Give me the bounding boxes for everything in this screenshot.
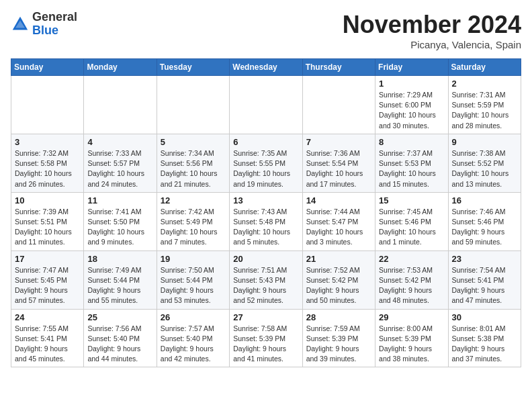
calendar-cell	[157, 76, 229, 134]
calendar-cell: 14Sunrise: 7:44 AM Sunset: 5:47 PM Dayli…	[302, 192, 375, 250]
day-number: 12	[161, 195, 226, 205]
day-info: Sunrise: 7:52 AM Sunset: 5:42 PM Dayligh…	[306, 265, 371, 306]
day-info: Sunrise: 7:36 AM Sunset: 5:54 PM Dayligh…	[306, 148, 371, 189]
day-number: 26	[161, 312, 226, 322]
day-info: Sunrise: 7:49 AM Sunset: 5:44 PM Dayligh…	[87, 265, 152, 306]
day-number: 3	[15, 137, 80, 147]
calendar-week-row: 17Sunrise: 7:47 AM Sunset: 5:45 PM Dayli…	[11, 250, 521, 309]
calendar-header: SundayMondayTuesdayWednesdayThursdayFrid…	[11, 59, 521, 76]
day-info: Sunrise: 7:38 AM Sunset: 5:52 PM Dayligh…	[452, 148, 517, 189]
weekday-header: Thursday	[302, 59, 375, 76]
calendar-cell: 25Sunrise: 7:56 AM Sunset: 5:40 PM Dayli…	[84, 309, 157, 367]
calendar-cell: 15Sunrise: 7:45 AM Sunset: 5:46 PM Dayli…	[375, 192, 448, 250]
calendar-cell: 17Sunrise: 7:47 AM Sunset: 5:45 PM Dayli…	[11, 250, 84, 309]
day-number: 21	[306, 254, 371, 264]
day-info: Sunrise: 7:56 AM Sunset: 5:40 PM Dayligh…	[87, 324, 152, 365]
weekday-header: Saturday	[448, 59, 521, 76]
calendar-cell: 1Sunrise: 7:29 AM Sunset: 6:00 PM Daylig…	[375, 76, 448, 134]
day-info: Sunrise: 7:31 AM Sunset: 5:59 PM Dayligh…	[452, 90, 517, 131]
day-info: Sunrise: 7:44 AM Sunset: 5:47 PM Dayligh…	[306, 207, 371, 248]
calendar-cell: 13Sunrise: 7:43 AM Sunset: 5:48 PM Dayli…	[230, 192, 302, 250]
calendar-cell: 7Sunrise: 7:36 AM Sunset: 5:54 PM Daylig…	[302, 134, 375, 192]
calendar-cell: 21Sunrise: 7:52 AM Sunset: 5:42 PM Dayli…	[302, 250, 375, 309]
calendar-cell	[302, 76, 375, 134]
calendar-cell: 9Sunrise: 7:38 AM Sunset: 5:52 PM Daylig…	[448, 134, 521, 192]
day-number: 23	[452, 254, 517, 264]
calendar-cell: 8Sunrise: 7:37 AM Sunset: 5:53 PM Daylig…	[375, 134, 448, 192]
day-number: 27	[233, 312, 298, 322]
day-number: 30	[452, 312, 517, 322]
calendar-cell: 20Sunrise: 7:51 AM Sunset: 5:43 PM Dayli…	[230, 250, 302, 309]
day-number: 7	[306, 137, 371, 147]
title-block: November 2024 Picanya, Valencia, Spain	[343, 11, 521, 50]
day-info: Sunrise: 7:32 AM Sunset: 5:58 PM Dayligh…	[15, 148, 80, 189]
day-number: 22	[379, 254, 444, 264]
day-number: 9	[452, 137, 517, 147]
logo-general: General	[32, 11, 77, 24]
calendar-cell: 23Sunrise: 7:54 AM Sunset: 5:41 PM Dayli…	[448, 250, 521, 309]
calendar-cell: 4Sunrise: 7:33 AM Sunset: 5:57 PM Daylig…	[84, 134, 157, 192]
calendar-cell: 18Sunrise: 7:49 AM Sunset: 5:44 PM Dayli…	[84, 250, 157, 309]
calendar-cell	[230, 76, 302, 134]
day-info: Sunrise: 7:54 AM Sunset: 5:41 PM Dayligh…	[452, 265, 517, 306]
calendar-cell: 12Sunrise: 7:42 AM Sunset: 5:49 PM Dayli…	[157, 192, 229, 250]
weekday-header: Monday	[84, 59, 157, 76]
day-number: 11	[87, 195, 152, 205]
calendar-cell: 6Sunrise: 7:35 AM Sunset: 5:55 PM Daylig…	[230, 134, 302, 192]
day-number: 13	[233, 195, 298, 205]
day-info: Sunrise: 7:59 AM Sunset: 5:39 PM Dayligh…	[306, 324, 371, 365]
calendar-week-row: 1Sunrise: 7:29 AM Sunset: 6:00 PM Daylig…	[11, 76, 521, 134]
logo-blue: Blue	[32, 24, 77, 38]
logo-text: General Blue	[32, 11, 77, 38]
calendar-table: SundayMondayTuesdayWednesdayThursdayFrid…	[11, 58, 521, 367]
day-number: 29	[379, 312, 444, 322]
calendar-week-row: 3Sunrise: 7:32 AM Sunset: 5:58 PM Daylig…	[11, 134, 521, 192]
day-number: 14	[306, 195, 371, 205]
day-info: Sunrise: 7:29 AM Sunset: 6:00 PM Dayligh…	[379, 90, 444, 131]
day-info: Sunrise: 7:34 AM Sunset: 5:56 PM Dayligh…	[161, 148, 226, 189]
day-info: Sunrise: 8:00 AM Sunset: 5:39 PM Dayligh…	[379, 324, 444, 365]
day-info: Sunrise: 7:37 AM Sunset: 5:53 PM Dayligh…	[379, 148, 444, 189]
weekday-header: Sunday	[11, 59, 84, 76]
day-number: 4	[87, 137, 152, 147]
weekday-header: Tuesday	[157, 59, 229, 76]
day-number: 8	[379, 137, 444, 147]
day-number: 6	[233, 137, 298, 147]
weekday-header: Wednesday	[230, 59, 302, 76]
day-number: 2	[452, 79, 517, 89]
weekday-header: Friday	[375, 59, 448, 76]
day-info: Sunrise: 7:51 AM Sunset: 5:43 PM Dayligh…	[233, 265, 298, 306]
day-number: 24	[15, 312, 80, 322]
month-title: November 2024	[343, 11, 521, 39]
day-info: Sunrise: 7:41 AM Sunset: 5:50 PM Dayligh…	[87, 207, 152, 248]
day-number: 25	[87, 312, 152, 322]
calendar-cell: 27Sunrise: 7:58 AM Sunset: 5:39 PM Dayli…	[230, 309, 302, 367]
day-number: 5	[161, 137, 226, 147]
calendar-week-row: 10Sunrise: 7:39 AM Sunset: 5:51 PM Dayli…	[11, 192, 521, 250]
day-info: Sunrise: 7:57 AM Sunset: 5:40 PM Dayligh…	[161, 324, 226, 365]
day-info: Sunrise: 7:47 AM Sunset: 5:45 PM Dayligh…	[15, 265, 80, 306]
calendar-cell: 29Sunrise: 8:00 AM Sunset: 5:39 PM Dayli…	[375, 309, 448, 367]
calendar-cell: 11Sunrise: 7:41 AM Sunset: 5:50 PM Dayli…	[84, 192, 157, 250]
calendar-cell	[84, 76, 157, 134]
day-number: 20	[233, 254, 298, 264]
calendar-cell	[11, 76, 84, 134]
calendar-cell: 19Sunrise: 7:50 AM Sunset: 5:44 PM Dayli…	[157, 250, 229, 309]
calendar-body: 1Sunrise: 7:29 AM Sunset: 6:00 PM Daylig…	[11, 76, 521, 367]
weekday-row: SundayMondayTuesdayWednesdayThursdayFrid…	[11, 59, 521, 76]
calendar-cell: 26Sunrise: 7:57 AM Sunset: 5:40 PM Dayli…	[157, 309, 229, 367]
calendar-week-row: 24Sunrise: 7:55 AM Sunset: 5:41 PM Dayli…	[11, 309, 521, 367]
day-info: Sunrise: 7:50 AM Sunset: 5:44 PM Dayligh…	[161, 265, 226, 306]
day-info: Sunrise: 7:46 AM Sunset: 5:46 PM Dayligh…	[452, 207, 517, 248]
day-info: Sunrise: 7:33 AM Sunset: 5:57 PM Dayligh…	[87, 148, 152, 189]
calendar-cell: 16Sunrise: 7:46 AM Sunset: 5:46 PM Dayli…	[448, 192, 521, 250]
day-number: 17	[15, 254, 80, 264]
calendar-cell: 10Sunrise: 7:39 AM Sunset: 5:51 PM Dayli…	[11, 192, 84, 250]
day-info: Sunrise: 7:35 AM Sunset: 5:55 PM Dayligh…	[233, 148, 298, 189]
page-header: General Blue November 2024 Picanya, Vale…	[11, 11, 521, 50]
day-info: Sunrise: 7:42 AM Sunset: 5:49 PM Dayligh…	[161, 207, 226, 248]
day-number: 18	[87, 254, 152, 264]
day-number: 15	[379, 195, 444, 205]
day-number: 16	[452, 195, 517, 205]
day-info: Sunrise: 7:43 AM Sunset: 5:48 PM Dayligh…	[233, 207, 298, 248]
